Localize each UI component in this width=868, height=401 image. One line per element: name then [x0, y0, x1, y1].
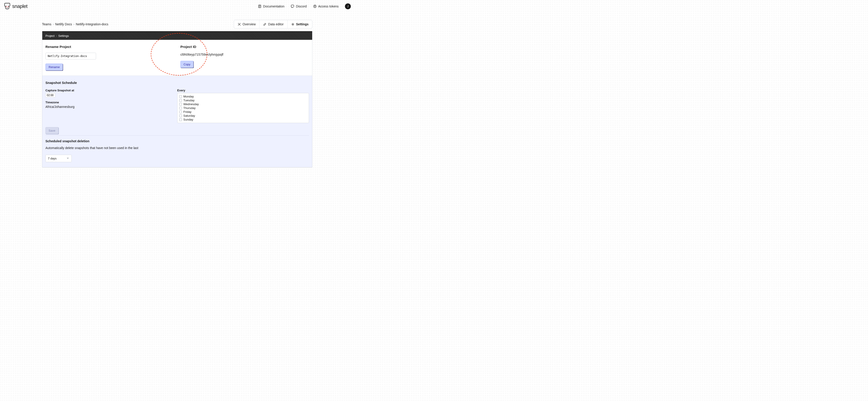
save-button[interactable]: Save	[45, 127, 59, 134]
rename-title: Rename Project	[45, 45, 174, 49]
project-id-section: Project ID cl9h06eyp715759wclyhmjypqlf C…	[177, 40, 312, 76]
checkbox-icon[interactable]	[179, 118, 182, 121]
rename-button[interactable]: Rename	[45, 63, 63, 70]
chevron-right-icon: ›	[53, 22, 54, 26]
day-label: Sunday	[183, 118, 193, 121]
checkbox-icon[interactable]	[179, 99, 182, 102]
copy-button-label: Copy	[184, 63, 190, 66]
breadcrumb: Teams › Netlify Docs › Netlify-Integrati…	[42, 22, 108, 26]
checkbox-icon[interactable]	[179, 114, 182, 117]
svg-point-1	[8, 6, 8, 7]
document-icon	[258, 4, 261, 8]
chat-icon	[291, 4, 294, 8]
schedule-left: Capture Snapshot at Timezone Africa/Joha…	[45, 89, 177, 123]
tab-data-editor-label: Data editor	[268, 22, 283, 26]
rename-projectid-row: Rename Project Rename Project ID cl9h06e…	[42, 40, 312, 76]
day-row[interactable]: Wednesday	[179, 102, 307, 106]
svg-point-7	[314, 6, 315, 6]
day-label: Saturday	[183, 114, 195, 117]
key-icon	[313, 4, 317, 8]
tab-data-editor[interactable]: Data editor	[259, 20, 287, 28]
tab-settings-label: Settings	[296, 22, 309, 26]
panel-crumb-project: Project	[45, 34, 55, 37]
capture-label: Capture Snapshot at	[45, 89, 177, 92]
settings-panel: Project › Settings Rename Project Rename…	[42, 31, 312, 168]
access-tokens-link[interactable]: Access tokens	[313, 4, 339, 8]
access-tokens-label: Access tokens	[318, 4, 339, 8]
capture-time-input[interactable]	[45, 93, 55, 97]
chevron-right-icon: ›	[73, 22, 74, 26]
day-row[interactable]: Friday	[179, 110, 307, 114]
day-row[interactable]: Monday	[179, 94, 307, 98]
day-row[interactable]: Thursday	[179, 106, 307, 110]
day-row[interactable]: Tuesday	[179, 98, 307, 102]
panel-breadcrumb: Project › Settings	[42, 32, 312, 40]
breadcrumb-team[interactable]: Netlify Docs	[55, 22, 72, 26]
rename-button-label: Rename	[49, 65, 60, 69]
gear-icon	[291, 23, 294, 26]
timezone-value: Africa/Johannesburg	[45, 105, 177, 109]
day-label: Thursday	[183, 106, 195, 110]
svg-point-10	[292, 24, 293, 25]
day-label: Friday	[183, 110, 191, 114]
discord-label: Discord	[296, 4, 307, 8]
project-name-input[interactable]	[45, 53, 96, 59]
chevron-down-icon	[66, 157, 69, 160]
documentation-label: Documentation	[263, 4, 284, 8]
brand-name: snaplet	[12, 3, 27, 9]
save-button-label: Save	[49, 129, 55, 132]
checkbox-icon[interactable]	[179, 107, 182, 110]
deletion-desc: Automatically delete snapshots that have…	[45, 146, 309, 150]
retention-select[interactable]: 7 days	[45, 155, 72, 162]
edit-icon	[263, 23, 267, 26]
tab-overview-label: Overview	[243, 22, 256, 26]
schedule-title: Snapshot Schedule	[45, 81, 309, 85]
retention-value: 7 days	[48, 157, 57, 160]
checkbox-icon[interactable]	[179, 95, 182, 98]
rename-section: Rename Project Rename	[42, 40, 177, 76]
deletion-title: Scheduled snapshot deletion	[45, 139, 309, 143]
svg-rect-9	[239, 24, 240, 25]
checkbox-icon[interactable]	[179, 111, 182, 113]
chevron-right-icon: ›	[56, 34, 57, 37]
breadcrumb-project[interactable]: Netlify-Integration-docs	[76, 22, 108, 26]
day-label: Tuesday	[183, 98, 194, 102]
app-header: snaplet Documentation	[0, 0, 354, 13]
documentation-link[interactable]: Documentation	[258, 4, 284, 8]
tab-settings[interactable]: Settings	[287, 20, 312, 28]
subheader: Teams › Netlify Docs › Netlify-Integrati…	[42, 20, 312, 28]
project-tabs: Overview Data editor Settings	[234, 20, 312, 28]
day-label: Monday	[183, 95, 194, 98]
day-label: Wednesday	[183, 103, 199, 106]
schedule-section: Snapshot Schedule Capture Snapshot at Ti…	[42, 76, 312, 167]
project-id-value: cl9h06eyp715759wclyhmjypqlf	[180, 53, 309, 56]
timezone-label: Timezone	[45, 101, 177, 104]
svg-point-0	[6, 6, 7, 7]
avatar-initial: J	[347, 5, 348, 8]
copy-button[interactable]: Copy	[180, 61, 193, 68]
day-row[interactable]: Saturday	[179, 114, 307, 118]
checkbox-icon[interactable]	[179, 103, 182, 106]
header-nav: Documentation Discord Ac	[258, 3, 351, 9]
panel-crumb-settings: Settings	[58, 34, 69, 37]
snaplet-logo-icon	[4, 3, 11, 10]
every-label: Every	[177, 89, 309, 92]
tab-overview[interactable]: Overview	[234, 20, 259, 28]
scan-icon	[238, 23, 241, 26]
day-list: Monday Tuesday Wednesday Thursday	[177, 93, 309, 123]
avatar[interactable]: J	[345, 3, 351, 9]
brand-logo[interactable]: snaplet	[4, 3, 27, 10]
project-id-title: Project ID	[180, 45, 309, 49]
day-row[interactable]: Sunday	[179, 118, 307, 121]
schedule-right: Every Monday Tuesday Wednesday	[177, 89, 309, 123]
breadcrumb-teams[interactable]: Teams	[42, 22, 51, 26]
discord-link[interactable]: Discord	[291, 4, 307, 8]
